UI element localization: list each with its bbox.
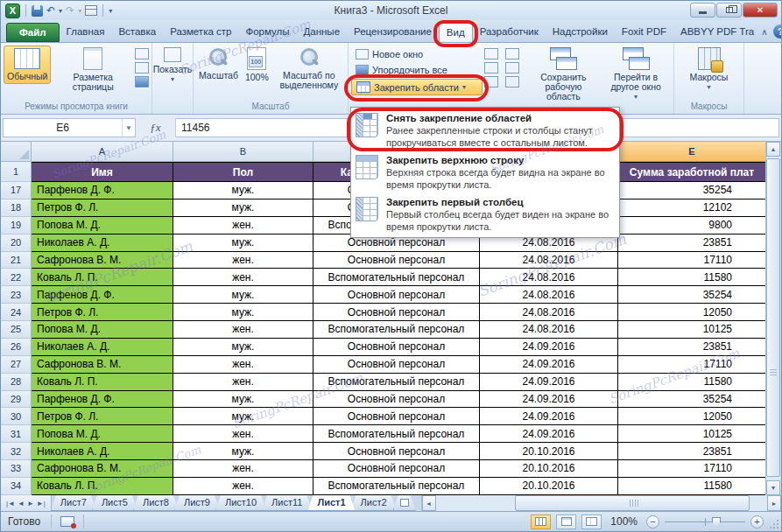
cell-sum[interactable]: 35254 bbox=[618, 182, 766, 200]
custom-views-icon[interactable] bbox=[135, 62, 149, 74]
row-header[interactable]: 29 bbox=[1, 391, 32, 409]
cell-name[interactable]: Коваль Л. П. bbox=[32, 269, 173, 286]
cell-sum[interactable]: 11580 bbox=[618, 269, 766, 286]
reset-window-position-icon[interactable] bbox=[505, 76, 519, 88]
cell-category[interactable]: Основной персонал bbox=[314, 408, 480, 425]
show-button[interactable]: Показать ▾ bbox=[151, 46, 195, 86]
cell-name[interactable]: Попова М. Д. bbox=[32, 425, 173, 443]
view-side-by-side-icon[interactable] bbox=[505, 48, 519, 60]
zoom-in-icon[interactable]: + bbox=[750, 515, 764, 528]
cell-name[interactable]: Парфенов Д. Ф. bbox=[32, 286, 173, 304]
cell-gender[interactable]: муж. bbox=[173, 339, 314, 356]
cell-gender[interactable]: жен. bbox=[173, 460, 314, 478]
synchronous-scrolling-icon[interactable] bbox=[505, 62, 519, 74]
cell-sum[interactable]: 11580 bbox=[618, 374, 766, 391]
cell-date[interactable]: 24.09.2016 bbox=[480, 339, 618, 356]
zoom-button[interactable]: Масштаб bbox=[196, 46, 241, 82]
cell-date[interactable]: 20.10.2016 bbox=[480, 460, 618, 478]
sheet-tab[interactable]: Лист9 bbox=[174, 495, 220, 511]
row-header[interactable]: 21 bbox=[1, 252, 32, 270]
zoom-slider[interactable] bbox=[665, 515, 745, 528]
cell-date[interactable]: 20.10.2016 bbox=[480, 443, 618, 460]
cell-sum[interactable]: 17110 bbox=[618, 252, 766, 270]
header-cell-gender[interactable]: Пол bbox=[173, 162, 314, 182]
cell-sum[interactable]: 35254 bbox=[618, 391, 766, 409]
new-window-button[interactable]: Новое окно bbox=[351, 47, 483, 61]
ribbon-tab[interactable]: Разработчик bbox=[473, 23, 546, 42]
scroll-down-icon[interactable]: ▼ bbox=[766, 480, 780, 495]
cell-date[interactable]: 20.10.2016 bbox=[480, 478, 618, 495]
cell-date[interactable]: 24.08.2016 bbox=[480, 286, 618, 304]
cell-gender[interactable]: муж. bbox=[173, 391, 314, 409]
status-page-break-button[interactable] bbox=[581, 514, 602, 529]
cell-name[interactable]: Попова М. Д. bbox=[32, 217, 173, 234]
cell-name[interactable]: Сафронова В. М. bbox=[32, 356, 173, 374]
row-header[interactable]: 25 bbox=[1, 321, 32, 339]
cell-name[interactable]: Попова М. Д. bbox=[32, 321, 173, 339]
row-header[interactable]: 18 bbox=[1, 200, 32, 217]
cell-gender[interactable]: жен. bbox=[173, 478, 314, 495]
sheet-tab[interactable]: Лист10 bbox=[215, 495, 266, 511]
column-header-b[interactable]: B bbox=[173, 142, 314, 162]
ribbon-tab[interactable]: Надстройки bbox=[546, 23, 615, 42]
cell-gender[interactable]: жен. bbox=[173, 217, 314, 234]
cell-category[interactable]: Основной персонал bbox=[314, 460, 480, 478]
zoom-to-selection-button[interactable]: Масштаб по выделенному bbox=[273, 46, 345, 92]
ribbon-tab[interactable]: Foxit PDF bbox=[615, 23, 673, 42]
cell-gender[interactable]: жен. bbox=[173, 374, 314, 391]
first-sheet-icon[interactable]: |◄ bbox=[6, 500, 15, 508]
cell-date[interactable]: 24.09.2016 bbox=[480, 374, 618, 391]
select-all-button[interactable] bbox=[1, 142, 32, 162]
close-button[interactable]: ✕ bbox=[743, 3, 778, 18]
row-header[interactable]: 23 bbox=[1, 286, 32, 304]
cell-category[interactable]: Вспомогательный персонал bbox=[314, 321, 480, 339]
cell-gender[interactable]: муж. bbox=[173, 200, 314, 217]
switch-windows-button[interactable]: Перейти в другое окно ▾ bbox=[601, 46, 671, 103]
header-cell-name[interactable]: Имя bbox=[32, 162, 173, 182]
name-box[interactable]: E6 ▼ bbox=[3, 118, 136, 137]
cell-gender[interactable]: жен. bbox=[173, 269, 314, 286]
cell-date[interactable]: 24.08.2016 bbox=[480, 269, 618, 286]
cell-sum[interactable]: 12050 bbox=[618, 304, 766, 321]
scroll-left-icon[interactable]: ◄ bbox=[422, 495, 436, 511]
cell-gender[interactable]: муж. bbox=[173, 443, 314, 460]
insert-function-button[interactable]: ƒx bbox=[136, 118, 176, 137]
last-sheet-icon[interactable]: ►| bbox=[37, 500, 46, 508]
cell-gender[interactable]: жен. bbox=[173, 425, 314, 443]
cell-name[interactable]: Сафронова В. М. bbox=[32, 252, 173, 270]
macro-record-icon[interactable] bbox=[60, 516, 74, 527]
save-workspace-button[interactable]: Сохранить рабочую область bbox=[528, 46, 600, 103]
cell-gender[interactable]: жен. bbox=[173, 252, 314, 270]
cell-gender[interactable]: муж. bbox=[173, 182, 314, 200]
scroll-up-icon[interactable]: ▲ bbox=[766, 142, 780, 157]
cell-gender[interactable]: жен. bbox=[173, 356, 314, 374]
cell-category[interactable]: Основной персонал bbox=[314, 356, 480, 374]
cell-date[interactable]: 24.09.2016 bbox=[480, 356, 618, 374]
cell-sum[interactable]: 11580 bbox=[618, 478, 766, 495]
cell-category[interactable]: Основной персонал bbox=[314, 339, 480, 356]
page-layout-button[interactable]: Разметка страницы bbox=[53, 46, 133, 94]
cell-sum[interactable]: 10125 bbox=[618, 321, 766, 339]
row-header[interactable]: 24 bbox=[1, 304, 32, 321]
cell-category[interactable]: Основной персонал bbox=[314, 304, 480, 321]
menu-item[interactable]: Закрепить верхнюю строку Верхняя строка … bbox=[351, 151, 619, 193]
sheet-tab[interactable]: Лист7 bbox=[51, 495, 96, 511]
row-header[interactable]: 31 bbox=[1, 425, 32, 443]
ribbon-tab[interactable]: Вид bbox=[439, 23, 473, 42]
row-header[interactable]: 30 bbox=[1, 408, 32, 425]
sheet-tab[interactable]: Лист2 bbox=[351, 495, 397, 511]
collapse-ribbon-icon[interactable]: ∧ bbox=[761, 27, 767, 37]
cell-name[interactable]: Петров Ф. Л. bbox=[32, 408, 173, 425]
hide-window-icon[interactable] bbox=[484, 62, 498, 74]
arrange-all-button[interactable]: Упорядочить все bbox=[351, 63, 483, 77]
cell-date[interactable]: 24.08.2016 bbox=[480, 321, 618, 339]
page-break-preview-icon[interactable] bbox=[135, 48, 149, 60]
column-header-a[interactable]: A bbox=[32, 142, 173, 162]
unhide-window-icon[interactable] bbox=[484, 76, 498, 88]
menu-item[interactable]: Снять закрепление областей Ранее закрепл… bbox=[351, 109, 619, 151]
cell-sum[interactable]: 23851 bbox=[618, 339, 766, 356]
ribbon-tab[interactable]: Формулы bbox=[238, 23, 296, 42]
column-header-e[interactable]: E bbox=[618, 142, 766, 162]
horizontal-scrollbar[interactable]: ◄ ► bbox=[421, 495, 781, 511]
macros-button[interactable]: Макросы ▾ bbox=[687, 46, 731, 94]
